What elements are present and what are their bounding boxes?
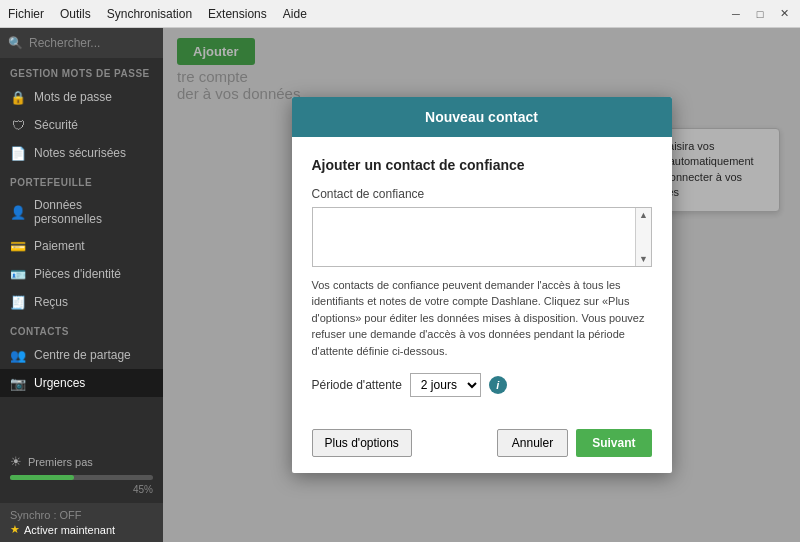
sidebar-label-recus: Reçus [34, 295, 68, 309]
sidebar-bottom: ☀ Premiers pas 45% Synchro : OFF ★ Activ… [0, 446, 163, 542]
contact-input-wrapper: ▲ ▼ [312, 207, 652, 267]
sidebar-label-mots-de-passe: Mots de passe [34, 90, 112, 104]
period-row: Période d'attente 2 jours 1 jour 5 jours… [312, 373, 652, 397]
sidebar-label-urgences: Urgences [34, 376, 85, 390]
modal-footer: Plus d'options Annuler Suivant [292, 417, 672, 473]
sidebar-item-centre[interactable]: 👥 Centre de partage [0, 341, 163, 369]
scroll-up-arrow[interactable]: ▲ [636, 208, 652, 222]
cancel-button[interactable]: Annuler [497, 429, 568, 457]
menu-synchronisation[interactable]: Synchronisation [107, 7, 192, 21]
window-controls[interactable]: ─ □ ✕ [728, 6, 792, 22]
modal-dialog: Nouveau contact Ajouter un contact de co… [292, 97, 672, 474]
search-icon: 🔍 [8, 36, 23, 50]
sidebar-item-pieces[interactable]: 🪪 Pièces d'identité [0, 260, 163, 288]
info-icon[interactable]: i [489, 376, 507, 394]
menu-fichier[interactable]: Fichier [8, 7, 44, 21]
minimize-button[interactable]: ─ [728, 6, 744, 22]
search-box[interactable]: 🔍 [0, 28, 163, 58]
group-icon: 👥 [10, 347, 26, 363]
section-label-contacts: CONTACTS [0, 316, 163, 341]
premiers-pas-label: ☀ Premiers pas [10, 454, 153, 469]
sidebar-label-securite: Sécurité [34, 118, 78, 132]
shield-icon: 🛡 [10, 117, 26, 133]
sidebar-item-securite[interactable]: 🛡 Sécurité [0, 111, 163, 139]
menu-aide[interactable]: Aide [283, 7, 307, 21]
id-icon: 🪪 [10, 266, 26, 282]
premiers-pas-text: Premiers pas [28, 456, 93, 468]
section-label-portefeuille: PORTEFEUILLE [0, 167, 163, 192]
star-icon: ★ [10, 523, 20, 536]
modal-header: Nouveau contact [292, 97, 672, 137]
period-select[interactable]: 2 jours 1 jour 5 jours 7 jours [410, 373, 481, 397]
content-area: Ajouter tre compte der à vos données. Da… [163, 28, 800, 542]
sidebar-item-recus[interactable]: 🧾 Reçus [0, 288, 163, 316]
sidebar-item-urgences[interactable]: 📷 Urgences [0, 369, 163, 397]
sidebar-label-centre: Centre de partage [34, 348, 131, 362]
sidebar: 🔍 GESTION MOTS DE PASSE 🔒 Mots de passe … [0, 28, 163, 542]
sidebar-item-paiement[interactable]: 💳 Paiement [0, 232, 163, 260]
menu-outils[interactable]: Outils [60, 7, 91, 21]
contact-scrollbar: ▲ ▼ [635, 208, 651, 266]
close-button[interactable]: ✕ [776, 6, 792, 22]
activer-label: Activer maintenant [24, 524, 115, 536]
activer-button[interactable]: ★ Activer maintenant [10, 523, 153, 536]
modal-title: Nouveau contact [425, 109, 538, 125]
camera-icon: 📷 [10, 375, 26, 391]
modal-footer-right: Annuler Suivant [497, 429, 652, 457]
progress-bar-background [10, 475, 153, 480]
synchro-bar: Synchro : OFF ★ Activer maintenant [0, 503, 163, 542]
card-icon: 💳 [10, 238, 26, 254]
titlebar: Fichier Outils Synchronisation Extension… [0, 0, 800, 28]
menu-extensions[interactable]: Extensions [208, 7, 267, 21]
section-label-gestion: GESTION MOTS DE PASSE [0, 58, 163, 83]
sidebar-label-pieces: Pièces d'identité [34, 267, 121, 281]
modal-body: Ajouter un contact de confiance Contact … [292, 137, 672, 418]
sidebar-label-notes: Notes sécurisées [34, 146, 126, 160]
main-container: 🔍 GESTION MOTS DE PASSE 🔒 Mots de passe … [0, 28, 800, 542]
next-button[interactable]: Suivant [576, 429, 651, 457]
field-label: Contact de confiance [312, 187, 652, 201]
sidebar-item-donnees[interactable]: 👤 Données personnelles [0, 192, 163, 232]
sidebar-label-donnees: Données personnelles [34, 198, 153, 226]
premiers-pas-section: ☀ Premiers pas 45% [0, 446, 163, 503]
modal-subtitle: Ajouter un contact de confiance [312, 157, 652, 173]
receipt-icon: 🧾 [10, 294, 26, 310]
period-label: Période d'attente [312, 378, 402, 392]
person-icon: 👤 [10, 204, 26, 220]
sidebar-item-notes[interactable]: 📄 Notes sécurisées [0, 139, 163, 167]
synchro-status: Synchro : OFF [10, 509, 153, 521]
info-text: Vos contacts de confiance peuvent demand… [312, 277, 652, 360]
sun-icon: ☀ [10, 454, 22, 469]
scroll-down-arrow[interactable]: ▼ [636, 252, 652, 266]
modal-overlay: Nouveau contact Ajouter un contact de co… [163, 28, 800, 542]
note-icon: 📄 [10, 145, 26, 161]
lock-icon: 🔒 [10, 89, 26, 105]
sidebar-item-mots-de-passe[interactable]: 🔒 Mots de passe [0, 83, 163, 111]
menu-bar[interactable]: Fichier Outils Synchronisation Extension… [8, 7, 307, 21]
search-input[interactable] [29, 36, 155, 50]
progress-bar-fill [10, 475, 74, 480]
progress-percent: 45% [10, 484, 153, 495]
contact-input[interactable] [313, 208, 635, 266]
maximize-button[interactable]: □ [752, 6, 768, 22]
more-options-button[interactable]: Plus d'options [312, 429, 412, 457]
sidebar-label-paiement: Paiement [34, 239, 85, 253]
